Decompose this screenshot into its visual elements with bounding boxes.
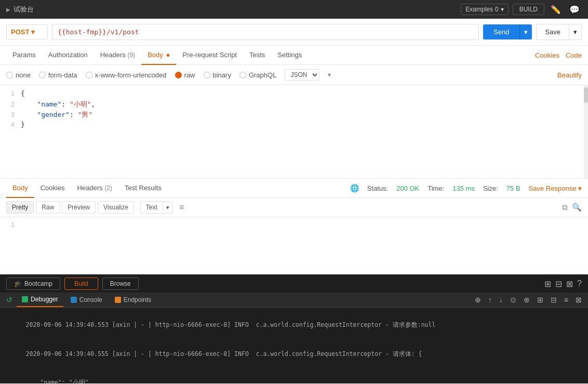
con-tool-4[interactable]: ⊙ <box>508 295 518 305</box>
code-editor[interactable]: 1 { 2 "name": "小明", 3 "gender": "男" 4 } <box>0 85 588 179</box>
console-log: 2020-09-06 14:39:40.553 [axin | - | http… <box>0 308 588 383</box>
line-num-1: 1 <box>0 90 21 97</box>
code-line-3: 3 "gender": "男" <box>0 110 588 121</box>
option-none[interactable]: none <box>6 71 31 79</box>
response-tabs-bar: Body Cookies Headers (2) Test Results 🌐 … <box>0 179 588 198</box>
top-bar-left: ▶ 试验台 <box>6 5 34 14</box>
raw-button[interactable]: Raw <box>36 201 60 214</box>
val-gender: "男" <box>78 111 93 118</box>
search-icon-button[interactable]: 🔍 <box>572 203 582 212</box>
con-tool-9[interactable]: ⊠ <box>573 295 584 305</box>
headers-count: (9) <box>127 51 135 59</box>
send-btn-group: Send ▾ <box>483 24 532 39</box>
tab-tests[interactable]: Tests <box>243 46 271 65</box>
visualize-button[interactable]: Visualize <box>98 201 134 214</box>
save-button[interactable]: Save <box>536 24 569 40</box>
pencil-icon[interactable]: ✏️ <box>549 4 563 16</box>
save-response-chevron: ▾ <box>578 184 582 192</box>
con-tool-2[interactable]: ↑ <box>486 295 494 305</box>
size-label: Size: <box>483 184 498 192</box>
debugger-label: Debugger <box>31 296 58 303</box>
line-num-3: 3 <box>0 111 21 118</box>
globe-icon: 🌐 <box>350 184 359 192</box>
url-input[interactable] <box>52 24 479 40</box>
options-right: Beautify <box>557 71 582 79</box>
res-tab-cookies[interactable]: Cookies <box>34 179 71 198</box>
con-tool-3[interactable]: ↓ <box>497 295 505 305</box>
con-tool-7[interactable]: ⊟ <box>549 295 559 305</box>
filter-icon-button[interactable]: ≡ <box>179 203 184 212</box>
key-gender: "gender" <box>37 111 70 118</box>
build-button[interactable]: BUILD <box>513 4 544 15</box>
top-bar-right: Examples 0 ▾ BUILD ✏️ 💬 <box>461 4 582 16</box>
log-line-1: 2020-09-06 14:39:40.553 [axin | - | http… <box>4 311 584 339</box>
send-dropdown-button[interactable]: ▾ <box>519 24 532 39</box>
format-bar: Pretty Raw Preview Visualize Text ▾ ≡ ⧉ … <box>0 198 588 217</box>
option-urlencoded[interactable]: x-www-form-urlencoded <box>86 71 167 79</box>
tab-params[interactable]: Params <box>6 46 42 65</box>
scrollbar-thumb <box>584 87 588 103</box>
option-graphql[interactable]: GraphQL <box>239 71 276 79</box>
option-binary[interactable]: binary <box>204 71 231 79</box>
copy-icon-button[interactable]: ⧉ <box>562 203 568 212</box>
format-select[interactable]: JSON <box>285 69 319 81</box>
radio-graphql <box>239 72 246 78</box>
build-bottom-button[interactable]: Build <box>64 277 98 290</box>
method-select[interactable]: POST ▾ <box>6 24 48 39</box>
layout-icon-button[interactable]: ⊟ <box>555 279 562 289</box>
console-tab-console[interactable]: Console <box>65 293 108 307</box>
app-title: 试验台 <box>14 5 34 14</box>
res-headers-label: Headers <box>77 184 103 192</box>
save-btn-group: Save ▾ <box>536 24 582 40</box>
option-form-data[interactable]: form-data <box>39 71 77 79</box>
save-response-label: Save Response <box>529 184 577 192</box>
con-tool-6[interactable]: ⊞ <box>535 295 545 305</box>
con-tool-1[interactable]: ⊕ <box>473 295 483 305</box>
text-select[interactable]: Text <box>140 201 163 214</box>
tab-headers[interactable]: Headers (9) <box>94 46 141 65</box>
grid-icon-button[interactable]: ⊞ <box>544 279 551 289</box>
examples-button[interactable]: Examples 0 ▾ <box>461 4 508 15</box>
send-button[interactable]: Send <box>483 24 519 39</box>
browse-button[interactable]: Browse <box>102 277 139 290</box>
bottom-right-icons: ⊞ ⊟ ⊠ ? <box>544 279 582 289</box>
tab-authorization[interactable]: Authorization <box>42 46 94 65</box>
pretty-button[interactable]: Pretty <box>6 201 34 214</box>
radio-urlencoded <box>86 72 92 78</box>
bootcamp-button[interactable]: 🎓 Bootcamp <box>6 277 60 290</box>
res-tab-headers[interactable]: Headers (2) <box>71 179 118 198</box>
key-name: "name" <box>37 100 61 108</box>
code-link[interactable]: Code <box>566 51 582 59</box>
tab-right-actions: Cookies Code <box>535 51 582 59</box>
refresh-icon[interactable]: ↺ <box>6 296 12 304</box>
preview-button[interactable]: Preview <box>62 201 96 214</box>
option-raw[interactable]: raw <box>175 71 195 79</box>
editor-scrollbar[interactable] <box>584 85 588 178</box>
con-tool-5[interactable]: ⊗ <box>522 295 532 305</box>
save-dropdown-button[interactable]: ▾ <box>569 24 582 40</box>
body-dot: ● <box>166 51 170 59</box>
code-line-1: 1 { <box>0 89 588 100</box>
tab-settings[interactable]: Settings <box>271 46 308 65</box>
console-section: ↺ Debugger Console Endpoints ⊕ ↑ ↓ ⊙ ⊗ ⊞… <box>0 293 588 383</box>
console-tab-endpoints[interactable]: Endpoints <box>110 293 156 307</box>
option-raw-label: raw <box>184 71 195 79</box>
panel-icon-button[interactable]: ⊠ <box>566 279 573 289</box>
help-icon-button[interactable]: ? <box>577 279 582 289</box>
chat-icon[interactable]: 💬 <box>567 4 582 16</box>
text-dropdown-button[interactable]: ▾ <box>163 202 173 214</box>
console-tab-debugger[interactable]: Debugger <box>17 293 63 307</box>
beautify-button[interactable]: Beautify <box>557 71 582 79</box>
method-label: POST <box>11 28 29 36</box>
format-right: ⧉ 🔍 <box>562 203 582 212</box>
res-tab-test-results[interactable]: Test Results <box>118 179 168 198</box>
save-response-button[interactable]: Save Response ▾ <box>529 184 582 192</box>
cookies-link[interactable]: Cookies <box>535 51 559 59</box>
chevron-icon: ▾ <box>328 71 331 78</box>
console-label: Console <box>79 296 102 303</box>
tab-body[interactable]: Body ● <box>141 46 176 65</box>
tab-pre-request[interactable]: Pre-request Script <box>176 46 243 65</box>
body-options-bar: none form-data x-www-form-urlencoded raw… <box>0 65 588 85</box>
res-tab-body[interactable]: Body <box>6 179 34 198</box>
con-tool-8[interactable]: ≡ <box>562 295 570 305</box>
